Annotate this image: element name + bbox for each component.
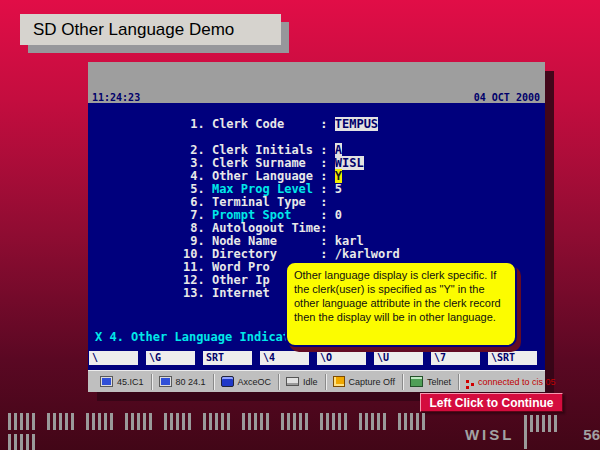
status-bar-item[interactable]: connected to cis 05 [459, 374, 563, 390]
page-number: 56 [583, 426, 600, 443]
continue-button[interactable]: Left Click to Continue [420, 393, 563, 412]
slide: SD Other Language Demo 11:24:23 Screen C… [0, 0, 600, 450]
field-number: 7. [183, 208, 212, 222]
function-key[interactable]: \4 [260, 351, 309, 365]
status-bar-label: connected to cis 05 [478, 377, 556, 387]
field-value[interactable]: WISL [335, 156, 364, 170]
field-label: Max Prog Level [212, 182, 320, 196]
callout-text: Other language display is clerk specific… [294, 269, 501, 323]
field-label: Terminal Type [212, 195, 320, 209]
status-bar-item[interactable]: AxceOC [214, 374, 280, 390]
bar-group [320, 413, 350, 430]
bar-group [398, 413, 428, 430]
callout: Other language display is clerk specific… [285, 261, 517, 347]
field-number: 4. [183, 169, 212, 183]
status-bar-label: Telnet [427, 377, 451, 387]
status-bar-label: Capture Off [349, 377, 395, 387]
field-label: Node Name [212, 234, 320, 248]
field-label: Clerk Surname [212, 156, 320, 170]
bar-group [8, 413, 38, 430]
field-separator: : [320, 221, 327, 235]
field-value[interactable]: karl [335, 234, 364, 248]
field-separator: : [320, 182, 334, 196]
status-bar-item[interactable]: 80 24.1 [152, 374, 214, 390]
slide-title-box: SD Other Language Demo [20, 14, 281, 45]
function-key[interactable]: \SRT [488, 351, 537, 365]
form-field-row: 1. Clerk Code : TEMPUS [183, 118, 400, 131]
bar-group [203, 413, 233, 430]
emulator-status-bar: 45.IC180 24.1AxceOCIdleCapture OffTelnet… [88, 370, 545, 392]
status-bar-item[interactable]: Capture Off [326, 374, 403, 390]
status-bar-label: 45.IC1 [117, 377, 144, 387]
field-label: Directory [212, 247, 320, 261]
field-value[interactable]: 5 [335, 182, 342, 196]
status-bar-label: Idle [303, 377, 318, 387]
bar-group [8, 434, 38, 450]
field-number: 1. [183, 117, 212, 131]
field-separator: : [320, 247, 334, 261]
field-label: Other Ip [212, 273, 270, 287]
field-number: 2. [183, 143, 212, 157]
field-number: 3. [183, 156, 212, 170]
field-value[interactable]: Y [335, 169, 342, 183]
function-key[interactable]: \G [146, 351, 195, 365]
field-label: Prompt Spot [212, 208, 320, 222]
field-value[interactable]: A [335, 143, 342, 157]
field-number: 5. [183, 182, 212, 196]
session-icon [221, 376, 234, 387]
field-separator: : [320, 169, 334, 183]
terminal-header: 11:24:23 Screen Control Application Deve… [88, 62, 545, 103]
message-line: X 4. Other Language Indicator [95, 330, 305, 344]
function-key[interactable]: SRT [203, 351, 252, 365]
footer-bars-left [8, 413, 457, 450]
status-bar-item[interactable]: 45.IC1 [93, 374, 152, 390]
bar-group [359, 413, 389, 430]
footer: WISL 56 [8, 424, 600, 444]
field-value[interactable]: 0 [335, 208, 342, 222]
field-separator: : [320, 195, 334, 209]
field-number: 8. [183, 221, 212, 235]
status-bar-item[interactable]: Idle [279, 374, 326, 390]
function-key[interactable]: \7 [431, 351, 480, 365]
field-separator: : [320, 208, 334, 222]
field-separator: : [320, 143, 334, 157]
field-label: Clerk Initials [212, 143, 320, 157]
field-number: 10. [183, 247, 212, 261]
telnet-icon [410, 376, 423, 387]
field-label: Word Pro [212, 260, 270, 274]
field-separator: : [320, 117, 334, 131]
bar-group [281, 413, 311, 430]
field-label: Autologout Time [212, 221, 320, 235]
brand-wisl: WISL [465, 426, 515, 443]
field-label: Clerk Code [212, 117, 320, 131]
bar-group [86, 413, 116, 430]
bar-group [524, 415, 564, 449]
connection-icon [466, 380, 469, 383]
monitor-icon [100, 376, 113, 387]
footer-bars-right [524, 415, 573, 450]
function-key[interactable]: \O [317, 351, 366, 365]
bar-group [242, 413, 272, 430]
capture-icon [333, 376, 345, 387]
field-number: 9. [183, 234, 212, 248]
monitor-icon [159, 376, 172, 387]
field-value[interactable]: TEMPUS [335, 117, 378, 131]
status-bar-item[interactable]: Telnet [403, 374, 459, 390]
field-label: Internet [212, 286, 270, 300]
status-bar-label: 80 24.1 [176, 377, 206, 387]
terminal-header-row1: 11:24:23 Screen Control Application Deve… [88, 90, 545, 104]
page-title: SD Other Language Demo [33, 20, 234, 40]
field-separator: : [320, 156, 334, 170]
function-key[interactable]: \U [374, 351, 423, 365]
field-number: 11. [183, 260, 212, 274]
field-number: 6. [183, 195, 212, 209]
bar-group [125, 413, 155, 430]
printer-icon [286, 377, 299, 386]
field-separator: : [320, 234, 334, 248]
field-number: 13. [183, 286, 212, 300]
function-key[interactable]: \ [89, 351, 138, 365]
bar-group [47, 413, 77, 430]
field-value[interactable]: /karlword [335, 247, 400, 261]
status-bar-label: AxceOC [238, 377, 272, 387]
bar-group [164, 413, 194, 430]
